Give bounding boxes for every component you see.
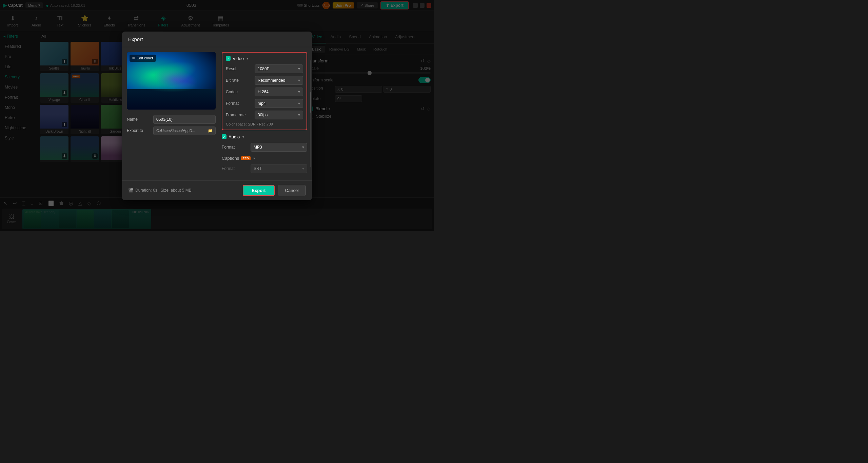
aurora-water — [127, 89, 216, 110]
edit-cover-label: Edit cover — [137, 56, 153, 60]
captions-section-label: Captions — [222, 156, 239, 161]
resolution-arrow-icon: ▾ — [298, 66, 300, 71]
format-row: Format mp4 ▾ — [226, 99, 303, 108]
framerate-row: Frame rate 30fps ▾ — [226, 111, 303, 119]
video-collapse-icon[interactable]: ▾ — [246, 57, 248, 60]
audio-format-value: MP3 — [254, 145, 262, 150]
framerate-label: Frame rate — [226, 113, 255, 117]
format-select[interactable]: mp4 ▾ — [255, 99, 303, 108]
format-value: mp4 — [258, 101, 265, 106]
dialog-settings-panel: ✓ Video ▾ Resol... 1080P ▾ Bit r — [220, 47, 312, 180]
folder-icon: 📁 — [208, 129, 213, 133]
codec-row: Codec H.264 ▾ — [226, 88, 303, 96]
audio-format-select[interactable]: MP3 ▾ — [251, 143, 307, 152]
captions-settings-section: Captions PRO ▾ Format SRT ▾ — [222, 156, 307, 173]
format-arrow-icon: ▾ — [298, 101, 300, 106]
resolution-row: Resol... 1080P ▾ — [226, 64, 303, 73]
footer-info-text: Duration: 6s | Size: about 5 MB — [135, 188, 192, 193]
export-to-row: Export to C:/Users/Jason/AppD... 📁 — [127, 127, 216, 135]
captions-format-arrow-icon: ▾ — [302, 166, 304, 171]
dialog-footer: 🎬 Duration: 6s | Size: about 5 MB Export… — [122, 180, 312, 200]
dialog-title: Export — [128, 36, 143, 42]
settings-scrollbar[interactable] — [310, 60, 311, 167]
bitrate-value: Recommended — [258, 78, 285, 83]
scrollbar-thumb[interactable] — [310, 92, 311, 113]
video-section-label: Video — [233, 56, 244, 61]
bitrate-label: Bit rate — [226, 78, 255, 83]
color-space-info: Color space: SDR - Rec.709 — [226, 122, 303, 126]
audio-settings-section: ✓ Audio ▾ Format MP3 ▾ — [222, 134, 307, 152]
footer-info: 🎬 Duration: 6s | Size: about 5 MB — [128, 188, 192, 193]
audio-format-label: Format — [222, 145, 251, 150]
export-dialog: Export ✏ Edit cover — [122, 32, 312, 200]
dialog-header: Export — [122, 32, 312, 47]
audio-collapse-icon[interactable]: ▾ — [242, 135, 244, 139]
captions-format-label: Format — [222, 166, 251, 171]
video-file-icon: 🎬 — [128, 188, 133, 193]
video-settings-section: ✓ Video ▾ Resol... 1080P ▾ Bit r — [222, 52, 307, 130]
audio-format-row: Format MP3 ▾ — [222, 143, 307, 152]
audio-section-label: Audio — [229, 134, 240, 139]
footer-actions: Export Cancel — [243, 185, 306, 196]
audio-section-header: ✓ Audio ▾ — [222, 134, 307, 139]
codec-select[interactable]: H.264 ▾ — [255, 88, 303, 96]
dialog-preview-panel: ✏ Edit cover Name Export to C:/Users/Jas… — [122, 47, 220, 180]
export-path-input[interactable]: C:/Users/Jason/AppD... 📁 — [153, 127, 216, 135]
name-label: Name — [127, 117, 151, 122]
codec-label: Codec — [226, 90, 255, 94]
captions-format-value: SRT — [254, 166, 262, 171]
export-to-label: Export to — [127, 128, 151, 133]
export-button[interactable]: Export — [243, 185, 274, 196]
edit-cover-button[interactable]: ✏ Edit cover — [130, 55, 156, 62]
framerate-select[interactable]: 30fps ▾ — [255, 111, 303, 119]
video-checkbox[interactable]: ✓ — [226, 56, 231, 61]
cover-preview: ✏ Edit cover — [127, 52, 216, 110]
name-input[interactable] — [153, 115, 216, 124]
captions-collapse-icon[interactable]: ▾ — [253, 156, 255, 160]
bitrate-arrow-icon: ▾ — [298, 78, 300, 83]
audio-checkbox[interactable]: ✓ — [222, 134, 226, 139]
dialog-body: ✏ Edit cover Name Export to C:/Users/Jas… — [122, 47, 312, 180]
resolution-select[interactable]: 1080P ▾ — [255, 64, 303, 73]
framerate-value: 30fps — [258, 113, 268, 117]
aurora-glow — [144, 81, 198, 92]
bitrate-row: Bit rate Recommended ▾ — [226, 76, 303, 85]
audio-format-arrow-icon: ▾ — [302, 145, 304, 150]
codec-value: H.264 — [258, 90, 269, 94]
resolution-label: Resol... — [226, 66, 255, 71]
captions-section-header: Captions PRO ▾ — [222, 156, 307, 161]
codec-arrow-icon: ▾ — [298, 90, 300, 94]
cancel-button[interactable]: Cancel — [278, 185, 306, 196]
resolution-value: 1080P — [258, 66, 270, 71]
captions-pro-badge: PRO — [241, 156, 250, 160]
dialog-overlay: Export ✏ Edit cover — [0, 0, 434, 231]
name-row: Name — [127, 115, 216, 124]
video-section-header: ✓ Video ▾ — [226, 56, 303, 61]
format-label: Format — [226, 101, 255, 106]
captions-format-row: Format SRT ▾ — [222, 164, 307, 173]
bitrate-select[interactable]: Recommended ▾ — [255, 76, 303, 85]
edit-icon: ✏ — [132, 56, 135, 60]
captions-format-select[interactable]: SRT ▾ — [251, 164, 307, 173]
framerate-arrow-icon: ▾ — [298, 113, 300, 117]
path-value: C:/Users/Jason/AppD... — [156, 129, 195, 133]
